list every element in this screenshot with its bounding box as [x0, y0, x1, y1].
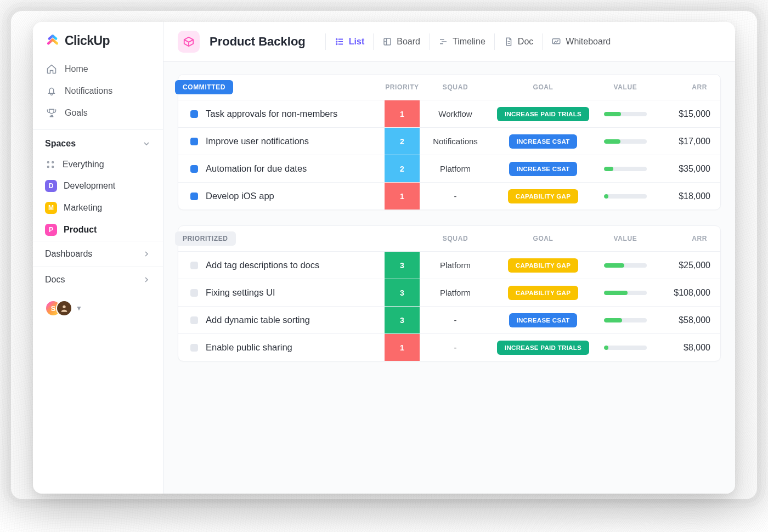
svg-point-2	[48, 166, 49, 168]
progress-bar	[604, 318, 647, 322]
task-cell: Fixing settings UI	[178, 287, 385, 298]
squad-cell: Platform	[420, 288, 491, 297]
chevron-right-icon	[142, 250, 151, 258]
priority-cell[interactable]: 1	[385, 183, 420, 210]
trophy-icon	[46, 107, 57, 118]
task-cell: Enable public sharing	[178, 342, 385, 353]
task-cell: Develop iOS app	[178, 191, 385, 201]
goal-pill[interactable]: CAPABILITY GAP	[508, 258, 578, 273]
task-row[interactable]: Automation for due dates 2 Platform INCR…	[178, 155, 720, 182]
progress-bar	[604, 112, 647, 116]
goal-pill[interactable]: CAPABILITY GAP	[508, 189, 578, 203]
arr-cell: $18,000	[656, 191, 710, 201]
task-status-square[interactable]	[190, 344, 198, 352]
priority-cell[interactable]: 1	[385, 100, 420, 127]
content: COMMITTED PRIORITY SQUAD GOAL VALUE ARR …	[163, 62, 735, 494]
task-status-square[interactable]	[190, 289, 198, 297]
priority-cell[interactable]: 3	[385, 252, 420, 279]
goal-cell: CAPABILITY GAP	[491, 258, 595, 273]
svg-point-0	[48, 162, 49, 163]
nav-notifications[interactable]: Notifications	[38, 80, 157, 102]
space-item-development[interactable]: D Development	[33, 175, 163, 197]
view-tab-timeline[interactable]: Timeline	[429, 33, 494, 50]
value-cell	[595, 194, 656, 199]
value-cell	[595, 112, 656, 116]
task-row[interactable]: Add dynamic table sorting 3 - INCREASE C…	[178, 306, 720, 333]
col-priority: PRIORITY	[385, 83, 420, 91]
task-status-square[interactable]	[190, 316, 198, 324]
col-goal: GOAL	[491, 235, 595, 242]
task-row[interactable]: Enable public sharing 1 - INCREASE PAID …	[178, 333, 720, 361]
clickup-logo-icon	[45, 33, 60, 48]
view-tab-board[interactable]: Board	[373, 33, 429, 50]
main: Product Backlog List Board Timeline Doc	[163, 22, 735, 494]
group-status-pill[interactable]: PRIORITIZED	[175, 231, 236, 246]
goal-cell: INCREASE PAID TRIALS	[491, 341, 595, 355]
task-status-square[interactable]	[190, 165, 198, 173]
view-tab-list[interactable]: List	[325, 33, 373, 50]
task-group: PRIORITIZED SQUAD GOAL VALUE ARR Add tag…	[178, 225, 721, 361]
space-badge: M	[45, 202, 57, 214]
col-goal: GOAL	[491, 83, 595, 91]
priority-cell[interactable]: 2	[385, 155, 420, 182]
arr-cell: $58,000	[656, 315, 710, 325]
timeline-icon	[438, 37, 448, 47]
goal-pill[interactable]: INCREASE PAID TRIALS	[497, 107, 589, 121]
priority-cell[interactable]: 3	[385, 307, 420, 333]
task-row[interactable]: Task approvals for non-members 1 Workflo…	[178, 100, 720, 127]
grid-icon	[45, 159, 56, 170]
nav-home[interactable]: Home	[38, 58, 157, 80]
group-header: COMMITTED PRIORITY SQUAD GOAL VALUE ARR	[178, 75, 720, 100]
view-tab-list-label: List	[349, 37, 364, 47]
spaces-header[interactable]: Spaces	[33, 129, 163, 154]
col-arr: ARR	[656, 83, 710, 91]
task-group: COMMITTED PRIORITY SQUAD GOAL VALUE ARR …	[178, 74, 721, 210]
task-name: Add tag descriptions to docs	[206, 260, 319, 270]
task-row[interactable]: Improve user notifications 2 Notificatio…	[178, 127, 720, 155]
priority-cell[interactable]: 3	[385, 279, 420, 306]
task-status-square[interactable]	[190, 110, 198, 118]
sidebar-dashboards[interactable]: Dashboards	[33, 241, 163, 267]
svg-point-3	[52, 166, 54, 168]
goal-pill[interactable]: INCREASE CSAT	[509, 162, 578, 176]
task-name: Improve user notifications	[206, 136, 309, 146]
task-status-square[interactable]	[190, 262, 198, 269]
goal-pill[interactable]: INCREASE PAID TRIALS	[497, 341, 589, 355]
view-tab-whiteboard[interactable]: Whiteboard	[542, 33, 619, 50]
goal-pill[interactable]: INCREASE CSAT	[509, 313, 578, 327]
nav-goals[interactable]: Goals	[38, 102, 157, 124]
space-everything[interactable]: Everything	[33, 154, 163, 175]
chevron-right-icon	[142, 275, 151, 284]
goal-pill[interactable]: CAPABILITY GAP	[508, 286, 578, 300]
goal-pill[interactable]: INCREASE CSAT	[509, 134, 578, 149]
user-avatars[interactable]: S ▼	[33, 292, 163, 324]
task-cell: Improve user notifications	[178, 136, 385, 146]
task-status-square[interactable]	[190, 193, 198, 200]
goal-cell: INCREASE PAID TRIALS	[491, 107, 595, 121]
svg-point-1	[52, 162, 54, 163]
squad-cell: Platform	[420, 164, 491, 173]
task-row[interactable]: Add tag descriptions to docs 3 Platform …	[178, 251, 720, 279]
arr-cell: $25,000	[656, 261, 710, 270]
priority-cell[interactable]: 1	[385, 334, 420, 361]
squad-cell: -	[420, 343, 491, 352]
progress-bar	[604, 194, 647, 199]
space-item-marketing[interactable]: M Marketing	[33, 197, 163, 219]
chevron-down-icon	[142, 139, 151, 148]
group-status-pill[interactable]: COMMITTED	[175, 80, 233, 94]
view-tab-doc[interactable]: Doc	[494, 33, 542, 50]
sidebar-docs[interactable]: Docs	[33, 267, 163, 292]
brand[interactable]: ClickUp	[33, 22, 163, 58]
space-badge: D	[45, 180, 57, 192]
task-row[interactable]: Develop iOS app 1 - CAPABILITY GAP $18,0…	[178, 182, 720, 210]
space-everything-label: Everything	[63, 160, 104, 169]
spaces-heading-label: Spaces	[45, 139, 76, 149]
progress-bar	[604, 167, 647, 171]
task-status-square[interactable]	[190, 138, 198, 145]
space-item-product[interactable]: P Product	[33, 219, 163, 241]
goal-cell: INCREASE CSAT	[491, 313, 595, 327]
task-row[interactable]: Fixing settings UI 3 Platform CAPABILITY…	[178, 279, 720, 306]
home-icon	[46, 64, 57, 75]
priority-cell[interactable]: 2	[385, 128, 420, 155]
goal-cell: INCREASE CSAT	[491, 162, 595, 176]
